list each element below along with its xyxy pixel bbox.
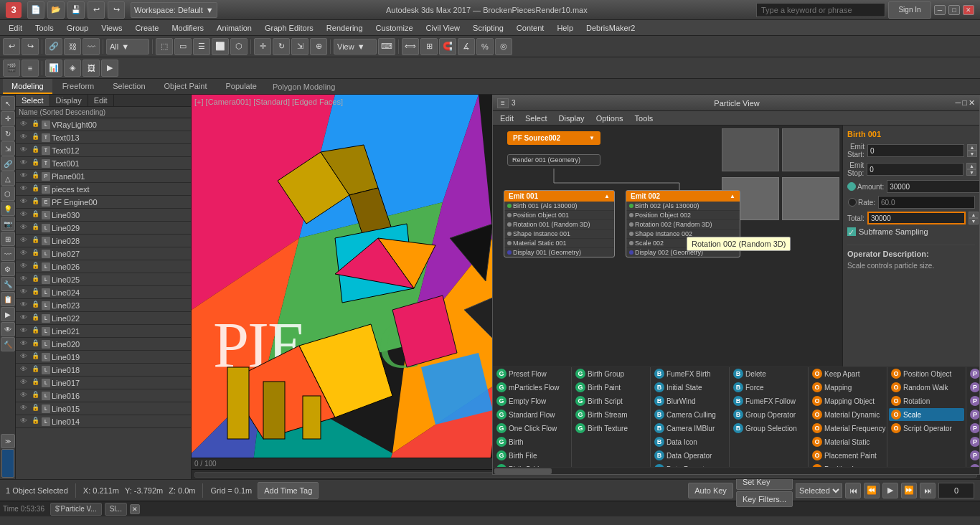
palette-item[interactable]: B Group Operator — [731, 408, 806, 421]
fence-region-btn[interactable]: ⬡ — [230, 38, 248, 55]
palette-item[interactable]: P Shape Facing — [968, 381, 979, 394]
visibility-icon[interactable]: 👁 — [19, 171, 29, 181]
palette-item[interactable]: P Speed By Surface — [968, 449, 979, 462]
selected-dropdown[interactable]: Selected — [796, 483, 842, 498]
pv-restore-btn[interactable]: □ — [962, 98, 967, 108]
select-by-name-btn[interactable]: ☰ — [193, 38, 210, 55]
restore-btn[interactable]: □ — [948, 5, 960, 15]
palette-item[interactable]: O Keep Apart — [810, 367, 885, 380]
palette-item[interactable]: G Birth Stream — [573, 408, 649, 421]
palette-item[interactable]: G mParticles Flow — [494, 381, 570, 394]
tab-selection[interactable]: Selection — [104, 79, 154, 94]
scene-item[interactable]: 👁 🔒 L Line021 — [16, 325, 191, 338]
tab-modeling[interactable]: Modeling — [3, 79, 52, 94]
select-region-btn[interactable]: ▭ — [174, 38, 192, 55]
emit-stop-input[interactable] — [867, 163, 963, 176]
material-editor-btn[interactable]: ◈ — [64, 60, 81, 77]
scene-item[interactable]: 👁 🔒 L Line014 — [16, 415, 191, 428]
visibility-icon[interactable]: 👁 — [19, 313, 29, 323]
minimize-btn[interactable]: ─ — [934, 5, 946, 15]
palette-item[interactable]: O Placement Paint — [810, 449, 885, 462]
visibility-icon[interactable]: 👁 — [19, 339, 29, 349]
viewport[interactable]: [+] [Camera001] [Standard] [Edged Faces] — [192, 95, 980, 479]
redo-toolbar-btn[interactable]: ↪ — [22, 38, 39, 55]
subframe-checkbox[interactable]: ✓ — [847, 227, 856, 236]
palette-item[interactable]: B Initial State — [652, 381, 727, 394]
palette-item[interactable]: B Data Operator — [652, 449, 727, 462]
emit-stop-up[interactable]: ▲ — [966, 163, 976, 169]
scene-item[interactable]: 👁 🔒 T Text012 — [16, 144, 191, 157]
geometry-tool[interactable]: △ — [1, 171, 15, 186]
palette-item[interactable]: O Scale — [889, 408, 964, 421]
align-btn[interactable]: ⊞ — [420, 38, 438, 55]
palette-item[interactable]: O Material Static — [810, 435, 885, 448]
palette-item[interactable]: O Material Dynamic — [810, 408, 885, 421]
system-tool[interactable]: ⚙ — [1, 262, 15, 276]
scene-item[interactable]: 👁 🔒 T pieces text — [16, 183, 191, 196]
visibility-icon[interactable]: 👁 — [19, 249, 29, 259]
total-input[interactable] — [867, 212, 966, 224]
tab-populate[interactable]: Populate — [217, 79, 265, 94]
sign-in-btn[interactable]: Sign In — [888, 1, 931, 19]
spinner-snap-btn[interactable]: ◎ — [495, 38, 512, 55]
tab-object-paint[interactable]: Object Paint — [156, 79, 216, 94]
rotate-tool[interactable]: ↻ — [1, 126, 15, 141]
palette-item[interactable]: G Birth Texture — [573, 422, 649, 435]
scene-item[interactable]: 👁 🔒 P Plane001 — [16, 170, 191, 183]
visibility-icon[interactable]: 👁 — [19, 365, 29, 375]
visibility-icon[interactable]: 👁 — [19, 417, 29, 427]
render-scene-btn[interactable]: 🖼 — [83, 60, 100, 77]
visibility-icon[interactable]: 👁 — [19, 120, 29, 130]
open-file-btn[interactable]: 📂 — [47, 1, 65, 19]
palette-item[interactable]: O Mapping Object — [810, 394, 885, 407]
scene-item[interactable]: 👁 🔒 L Line018 — [16, 364, 191, 377]
pv-menu-options[interactable]: Options — [592, 113, 628, 123]
visibility-icon[interactable]: 👁 — [19, 352, 29, 362]
menu-item-help[interactable]: Help — [551, 22, 579, 34]
palette-item[interactable]: B Data Icon — [652, 435, 727, 448]
scene-item[interactable]: 👁 🔒 L Line015 — [16, 402, 191, 415]
visibility-icon[interactable]: 👁 — [19, 301, 29, 311]
place-pivot-btn[interactable]: ⊕ — [310, 38, 327, 55]
unlink-btn[interactable]: ⛓ — [64, 38, 81, 55]
filter-dropdown[interactable]: All▼ — [106, 39, 149, 55]
tab-freeform[interactable]: Freeform — [54, 79, 103, 94]
move-tool[interactable]: ✛ — [1, 111, 15, 126]
menu-item-civil-view[interactable]: Civil View — [420, 22, 466, 34]
scene-item[interactable]: 👁 🔒 L VRayLight00 — [16, 118, 191, 131]
menu-item-edit[interactable]: Edit — [3, 22, 28, 34]
save-btn[interactable]: 💾 — [67, 1, 85, 19]
menu-item-graph-editors[interactable]: Graph Editors — [259, 22, 319, 34]
visibility-icon[interactable]: 👁 — [19, 262, 29, 272]
link-btn[interactable]: 🔗 — [45, 38, 62, 55]
auto-key-btn[interactable]: Auto Key — [688, 483, 733, 498]
palette-item[interactable]: B Camera IMBlur — [652, 422, 727, 435]
camera-tool[interactable]: 📷 — [1, 217, 15, 231]
rate-input[interactable] — [878, 196, 975, 209]
palette-item[interactable]: O Script Operator — [889, 422, 964, 435]
palette-item[interactable]: B Delete — [731, 367, 806, 380]
scene-item[interactable]: 👁 🔒 L Line016 — [16, 389, 191, 402]
scene-item[interactable]: 👁 🔒 L Line020 — [16, 338, 191, 351]
select-obj-btn[interactable]: ⬚ — [156, 38, 173, 55]
menu-item-create[interactable]: Create — [129, 22, 164, 34]
spacewarp-tool[interactable]: 〰 — [1, 247, 15, 261]
scene-item[interactable]: 👁 🔒 L Line022 — [16, 312, 191, 325]
menu-item-debrismaker2[interactable]: DebrisMaker2 — [580, 22, 641, 34]
palette-item[interactable]: G Birth — [494, 435, 570, 448]
task-close[interactable]: ✕ — [130, 504, 140, 514]
scene-tab-edit[interactable]: Edit — [88, 95, 114, 106]
go-end-btn[interactable]: ⏭ — [920, 483, 936, 498]
menu-item-modifiers[interactable]: Modifiers — [166, 22, 209, 34]
mirror-btn[interactable]: ⟺ — [402, 38, 419, 55]
scene-item[interactable]: 👁 🔒 T Text001 — [16, 157, 191, 170]
palette-item[interactable]: B FumeFX Birth — [652, 367, 727, 380]
menu-item-views[interactable]: Views — [95, 22, 128, 34]
visibility-icon[interactable]: 👁 — [19, 275, 29, 285]
palette-item[interactable]: P Speed By Icon — [968, 435, 979, 448]
visibility-icon[interactable]: 👁 — [19, 223, 29, 233]
palette-item[interactable]: G Standard Flow — [494, 408, 570, 421]
select-tool[interactable]: ↖ — [1, 96, 15, 110]
scene-item[interactable]: 👁 🔒 L Line030 — [16, 209, 191, 222]
palette-item[interactable]: B Camera Culling — [652, 408, 727, 421]
